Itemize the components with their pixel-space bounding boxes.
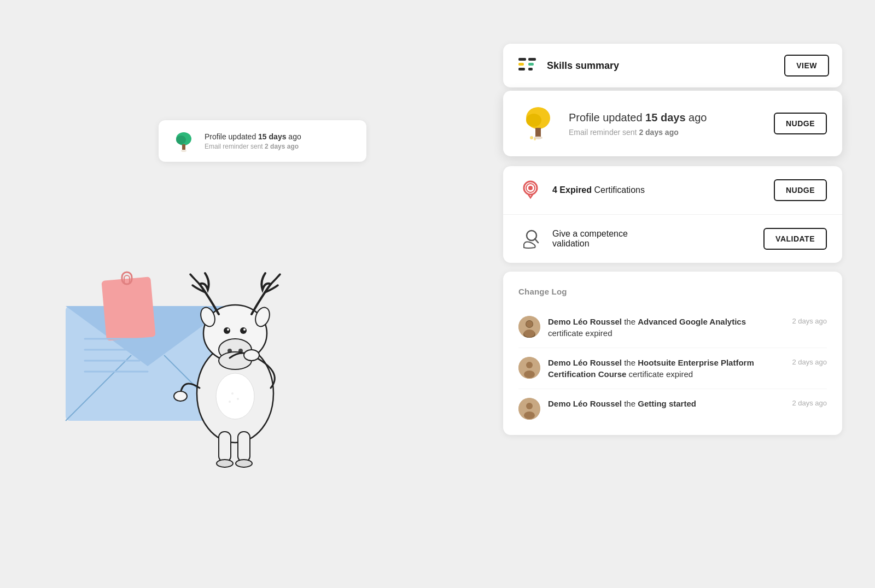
changelog-title: Change Log bbox=[518, 287, 827, 296]
small-notif-email-text: Email reminder sent bbox=[205, 143, 265, 150]
svg-rect-37 bbox=[518, 58, 526, 61]
certifications-icon bbox=[518, 178, 542, 202]
svg-point-35 bbox=[237, 398, 239, 400]
svg-point-61 bbox=[524, 371, 535, 378]
svg-point-63 bbox=[526, 403, 533, 409]
large-notification-card: Profile updated 15 days ago Email remind… bbox=[503, 91, 842, 156]
changelog-time-3: 2 days ago bbox=[792, 399, 827, 407]
large-notif-email-text: Email reminder sent bbox=[569, 128, 639, 137]
changelog-text-3: Demo Léo Roussel the Getting started bbox=[548, 398, 775, 409]
avatar-2 bbox=[518, 357, 540, 379]
right-panel: Skills summary VIEW Profile updated bbox=[503, 44, 842, 435]
yellow-tree-icon bbox=[518, 104, 558, 143]
svg-point-33 bbox=[216, 373, 254, 419]
svg-point-23 bbox=[243, 328, 246, 331]
changelog-item-2: Demo Léo Roussel the Hootsuite Enterpris… bbox=[518, 348, 827, 389]
large-notif-profile: Profile updated bbox=[569, 111, 645, 124]
svg-point-27 bbox=[244, 350, 259, 361]
main-container: Profile updated 15 days ago Email remind… bbox=[0, 0, 875, 588]
changelog-item-3: Demo Léo Roussel the Getting started 2 d… bbox=[518, 389, 827, 420]
certifications-text: 4 Expired Certifications bbox=[552, 185, 645, 195]
small-notif-days: 15 days bbox=[258, 132, 286, 141]
svg-point-20 bbox=[224, 327, 230, 334]
competence-icon bbox=[518, 227, 542, 251]
skills-summary-card: Skills summary VIEW bbox=[503, 44, 842, 87]
nudge-button-large[interactable]: NUDGE bbox=[774, 113, 827, 134]
svg-rect-2 bbox=[182, 144, 185, 150]
svg-point-34 bbox=[231, 392, 234, 395]
svg-point-58 bbox=[524, 330, 535, 337]
svg-rect-39 bbox=[518, 68, 525, 70]
svg-point-57 bbox=[526, 321, 533, 327]
large-notif-email-bold: 2 days ago bbox=[639, 128, 678, 137]
svg-point-21 bbox=[240, 327, 247, 334]
svg-rect-38 bbox=[518, 63, 524, 66]
envelope-moose-illustration bbox=[33, 153, 350, 470]
changelog-text-1: Demo Léo Roussel the Advanced Google Ana… bbox=[548, 316, 775, 339]
large-notif-content: Profile updated 15 days ago Email remind… bbox=[569, 110, 763, 137]
svg-point-47 bbox=[530, 136, 533, 139]
small-notif-ago: ago bbox=[286, 132, 301, 141]
svg-point-64 bbox=[524, 411, 535, 419]
changelog-time-2: 2 days ago bbox=[792, 358, 827, 366]
svg-line-53 bbox=[535, 239, 538, 243]
svg-point-51 bbox=[528, 186, 533, 190]
small-notif-content: Profile updated 15 days ago Email remind… bbox=[205, 132, 301, 150]
svg-point-1 bbox=[176, 136, 186, 144]
changelog-card: Change Log Demo Léo Roussel the Advanced… bbox=[503, 272, 842, 435]
changelog-content-2: Demo Léo Roussel the Hootsuite Enterpris… bbox=[548, 357, 775, 380]
svg-point-36 bbox=[229, 401, 231, 403]
competence-action-item: Give a competencevalidation VALIDATE bbox=[503, 215, 842, 263]
svg-rect-45 bbox=[535, 128, 541, 137]
svg-point-48 bbox=[534, 138, 536, 140]
svg-point-3 bbox=[181, 150, 186, 152]
skills-title: Skills summary bbox=[547, 60, 619, 72]
svg-point-60 bbox=[526, 362, 533, 368]
svg-point-32 bbox=[236, 460, 252, 467]
svg-point-22 bbox=[227, 328, 229, 331]
svg-rect-42 bbox=[528, 68, 533, 70]
svg-rect-41 bbox=[528, 63, 534, 66]
action-items-card: 4 Expired Certifications NUDGE bbox=[503, 166, 842, 263]
changelog-text-2: Demo Léo Roussel the Hootsuite Enterpris… bbox=[548, 357, 775, 380]
svg-point-44 bbox=[526, 114, 541, 127]
competence-text: Give a competencevalidation bbox=[552, 229, 628, 249]
small-notif-profile-text: Profile updated bbox=[205, 132, 258, 141]
nudge-button-certifications[interactable]: NUDGE bbox=[774, 179, 827, 201]
competence-item-left: Give a competencevalidation bbox=[518, 227, 628, 251]
svg-rect-30 bbox=[238, 432, 250, 462]
skills-icon bbox=[516, 55, 538, 77]
certifications-action-item: 4 Expired Certifications NUDGE bbox=[503, 166, 842, 215]
svg-rect-40 bbox=[528, 58, 536, 61]
changelog-content-1: Demo Léo Roussel the Advanced Google Ana… bbox=[548, 316, 775, 339]
green-tree-icon bbox=[172, 129, 196, 153]
certifications-item-left: 4 Expired Certifications bbox=[518, 178, 645, 202]
svg-rect-29 bbox=[219, 432, 231, 462]
large-notif-days: 15 days bbox=[645, 111, 685, 124]
avatar-1 bbox=[518, 316, 540, 338]
changelog-content-3: Demo Léo Roussel the Getting started bbox=[548, 398, 775, 409]
svg-rect-8 bbox=[101, 277, 155, 340]
avatar-3 bbox=[518, 398, 540, 420]
view-button[interactable]: VIEW bbox=[784, 55, 829, 77]
svg-point-28 bbox=[174, 391, 187, 401]
small-notif-email-bold: 2 days ago bbox=[265, 143, 299, 150]
changelog-item-1: Demo Léo Roussel the Advanced Google Ana… bbox=[518, 307, 827, 348]
changelog-time-1: 2 days ago bbox=[792, 317, 827, 325]
skills-card-left: Skills summary bbox=[516, 55, 619, 77]
svg-point-31 bbox=[217, 460, 233, 467]
large-notif-ago: ago bbox=[686, 111, 707, 124]
illustration-area: Profile updated 15 days ago Email remind… bbox=[33, 98, 361, 481]
validate-button[interactable]: VALIDATE bbox=[763, 228, 827, 250]
